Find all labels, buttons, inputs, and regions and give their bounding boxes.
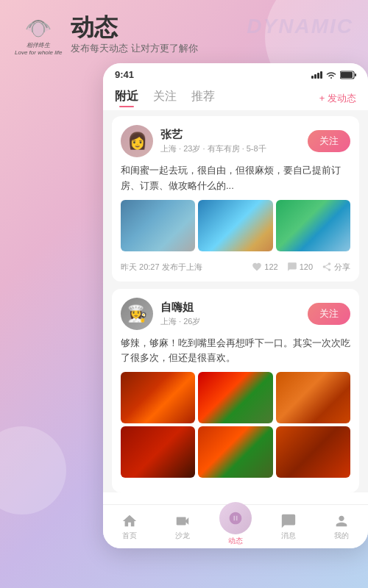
post-text-2: 够辣，够麻！吃到嘴里会再想呼下一口。其实一次次吃了很多次，但还是很喜欢。 xyxy=(121,336,350,367)
post-dynamic-button[interactable]: + 发动态 xyxy=(319,92,356,105)
tab-recommend[interactable]: 推荐 xyxy=(191,89,215,107)
logo-icon xyxy=(22,15,54,41)
post-image-2-3 xyxy=(276,372,350,423)
post-image-2-4 xyxy=(121,426,195,478)
post-image-2-1 xyxy=(121,372,195,423)
tab-navigation: 附近 关注 推荐 + 发动态 xyxy=(103,83,368,110)
dynamic-center-button[interactable] xyxy=(219,502,252,534)
avatar-zihijie: 👩‍🍳 xyxy=(121,298,153,330)
like-icon xyxy=(252,262,262,272)
svg-rect-2 xyxy=(341,72,353,78)
post-header-1: 👩 张艺 上海 · 23岁 · 有车有房 · 5-8千 关注 xyxy=(121,125,350,157)
user-name-2: 自嗨姐 xyxy=(160,301,308,315)
user-info-1: 张艺 上海 · 23岁 · 有车有房 · 5-8千 xyxy=(160,128,308,154)
avatar-zhangyi: 👩 xyxy=(121,125,153,157)
tab-follow[interactable]: 关注 xyxy=(153,89,177,107)
follow-button-2[interactable]: 关注 xyxy=(308,303,350,325)
message-icon xyxy=(280,513,297,529)
post-card-2: 👩‍🍳 自嗨姐 上海 · 26岁 关注 够辣，够麻！吃到嘴里会再想呼下一口。其实… xyxy=(112,289,359,492)
nav-label-profile: 我的 xyxy=(334,531,349,541)
page-subtitle: 发布每天动态 让对方更了解你 xyxy=(71,42,353,55)
tab-nearby[interactable]: 附近 xyxy=(115,89,138,107)
svg-rect-3 xyxy=(355,74,356,76)
dynamic-icon xyxy=(228,511,243,526)
post-card-1: 👩 张艺 上海 · 23岁 · 有车有房 · 5-8千 关注 和闺蜜一起去玩，很… xyxy=(112,116,359,282)
nav-item-message[interactable]: 消息 xyxy=(262,513,315,541)
comment-count: 120 xyxy=(300,262,313,271)
status-icons xyxy=(311,71,356,79)
user-meta-2: 上海 · 26岁 xyxy=(160,316,308,327)
nav-label-message: 消息 xyxy=(281,531,296,541)
share-icon xyxy=(322,262,332,272)
battery-icon xyxy=(340,71,356,79)
nav-label-home: 首页 xyxy=(122,531,137,541)
share-label: 分享 xyxy=(334,262,350,273)
follow-button-1[interactable]: 关注 xyxy=(308,130,350,152)
phone-mockup: 9:41 附近 关注 推荐 + 发动态 xyxy=(103,63,368,548)
post-footer-1: 昨天 20:27 发布于上海 122 120 分享 xyxy=(121,257,350,273)
feed-area: 👩 张艺 上海 · 23岁 · 有车有房 · 5-8千 关注 和闺蜜一起去玩，很… xyxy=(103,110,368,492)
user-meta-1: 上海 · 23岁 · 有车有房 · 5-8千 xyxy=(160,143,308,154)
profile-icon xyxy=(333,513,350,529)
nav-item-dynamic[interactable]: 动态 xyxy=(209,508,262,546)
status-bar: 9:41 xyxy=(103,63,368,83)
post-image-2-5 xyxy=(198,426,272,478)
svg-point-0 xyxy=(32,22,44,37)
post-like-action[interactable]: 122 xyxy=(252,262,277,272)
watermark: DYNAMIC xyxy=(247,15,353,38)
nav-item-salon[interactable]: 沙龙 xyxy=(156,513,209,541)
home-icon xyxy=(121,513,138,529)
salon-icon xyxy=(174,513,191,529)
wifi-icon xyxy=(325,71,337,79)
post-images-2 xyxy=(121,372,350,478)
user-name-1: 张艺 xyxy=(160,128,308,142)
post-text-1: 和闺蜜一起去玩，很自由，但很麻烦，要自己提前订房、订票、做攻略什么的... xyxy=(121,163,350,194)
nav-item-profile[interactable]: 我的 xyxy=(315,513,368,541)
nav-item-home[interactable]: 首页 xyxy=(103,513,156,541)
post-share-action[interactable]: 分享 xyxy=(322,262,350,273)
nav-label-salon: 沙龙 xyxy=(175,531,190,541)
post-time-1: 昨天 20:27 发布于上海 xyxy=(121,262,243,273)
logo-chinese: 相伴终生 xyxy=(26,41,50,49)
post-images-1 xyxy=(121,200,350,251)
post-comment-action[interactable]: 120 xyxy=(287,262,313,272)
logo-area: 相伴终生 Love for whole life xyxy=(15,15,62,56)
status-time: 9:41 xyxy=(115,69,134,80)
user-info-2: 自嗨姐 上海 · 26岁 xyxy=(160,301,308,327)
logo-english: Love for whole life xyxy=(15,49,62,56)
bg-decoration-2 xyxy=(0,426,66,514)
like-count: 122 xyxy=(264,262,277,271)
post-image-1-3 xyxy=(276,200,350,251)
bottom-navigation: 首页 沙龙 动态 消息 我的 xyxy=(103,504,368,548)
post-image-1-1 xyxy=(121,200,195,251)
nav-label-dynamic: 动态 xyxy=(228,536,243,546)
post-image-1-2 xyxy=(198,200,272,251)
comment-icon xyxy=(287,262,297,272)
post-image-2-6 xyxy=(276,426,350,478)
post-image-2-2 xyxy=(198,372,272,423)
signal-icon xyxy=(311,71,322,79)
post-header-2: 👩‍🍳 自嗨姐 上海 · 26岁 关注 xyxy=(121,298,350,330)
app-header: 相伴终生 Love for whole life 动态 发布每天动态 让对方更了… xyxy=(0,0,368,63)
